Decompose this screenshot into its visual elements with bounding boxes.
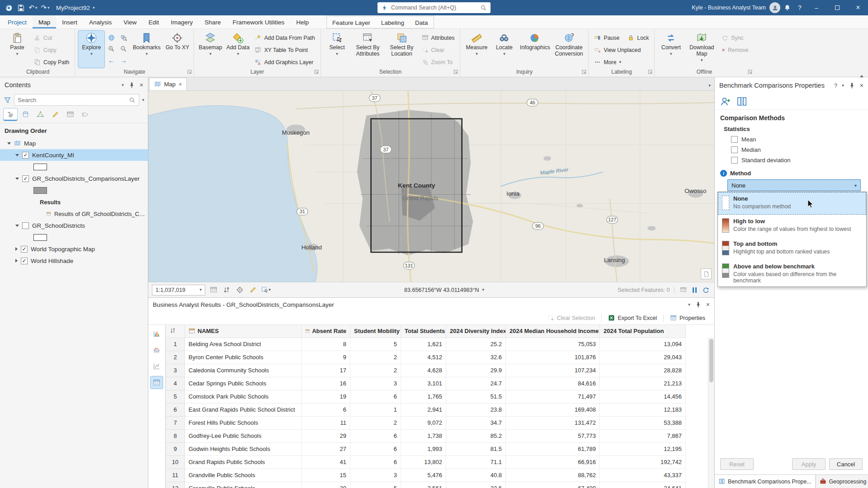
redo-button[interactable]: ↷▾ [39, 1, 51, 14]
table-row[interactable]: 12Greenville Public Schools2053,56133.66… [166, 482, 686, 488]
lock-labels-button[interactable]: Lock [625, 32, 651, 43]
undo-button[interactable]: ↶▾ [27, 1, 39, 14]
results-vertical-scrollbar[interactable] [708, 338, 714, 488]
xy-table-to-point-button[interactable]: XY Table To Point [252, 44, 317, 56]
tab-feature-layer[interactable]: Feature Layer [327, 16, 376, 28]
tab-share[interactable]: Share [198, 15, 226, 28]
add-benchmark-icon[interactable] [719, 95, 732, 108]
column-header-total-population[interactable]: 2024 Total Population [600, 325, 686, 338]
table-row[interactable]: 4Cedar Springs Public Schools1633,10124.… [166, 377, 686, 390]
selection-options-icon[interactable] [679, 285, 689, 295]
go-to-xy-button[interactable]: Go To XY [164, 31, 190, 68]
table-row[interactable]: 9Godwin Heights Public Schools2761,99381… [166, 442, 686, 455]
zoom-to-selection-button[interactable] [118, 32, 129, 43]
panel-help-icon[interactable]: ? [834, 82, 837, 89]
table-row[interactable]: 8Godfrey-Lee Public Schools2961,73885.25… [166, 429, 686, 442]
crosshair-tool-icon[interactable] [235, 285, 245, 295]
symbol-patch-gray[interactable] [33, 187, 47, 194]
comparison-table-icon[interactable] [736, 95, 748, 108]
pause-drawing-icon[interactable] [693, 287, 697, 293]
selection-dialog-launcher-icon[interactable] [453, 69, 458, 75]
tab-imagery[interactable]: Imagery [165, 15, 199, 28]
bookmarks-button[interactable]: Bookmarks▾ [130, 31, 163, 68]
tree-item-kentcounty[interactable]: ✓ KentCounty_MI [0, 149, 148, 161]
export-to-excel-button[interactable]: Export To Excel [604, 313, 660, 323]
add-data-button[interactable]: Add Data▾ [225, 31, 251, 68]
map-view-tab[interactable]: Map × [149, 78, 187, 90]
navigate-dialog-launcher-icon[interactable] [187, 69, 192, 75]
signed-in-user[interactable]: Kyle - Business Analyst Team [692, 5, 766, 11]
results-menu-chevron-icon[interactable]: ▾ [688, 303, 690, 307]
column-header-names[interactable]: NAMES [185, 325, 302, 338]
maximize-button[interactable] [827, 0, 847, 15]
previous-extent-button[interactable]: ← [106, 55, 117, 66]
tree-item-hillshade[interactable]: ✓ World Hillshade [0, 255, 148, 267]
full-extent-button[interactable] [106, 32, 117, 43]
select-tool-icon[interactable]: ▾ [261, 285, 271, 295]
view-unplaced-button[interactable]: View Unplaced [592, 44, 651, 56]
symbol-patch-outline[interactable] [33, 164, 47, 170]
clear-selection-button[interactable]: Clear Selection [544, 313, 599, 323]
tree-item-comparisonslayer[interactable]: ✓ GR_SchoolDistricts_ComparisonsLayer [0, 173, 148, 184]
contents-close-icon[interactable]: × [140, 81, 143, 89]
tab-data[interactable]: Data [410, 16, 434, 28]
method-option-above-below-benchmark[interactable]: Above and below benchmark Color values b… [718, 260, 866, 286]
tab-list-chevron-icon[interactable]: ▾ [705, 84, 714, 90]
add-data-from-path-button[interactable]: Add Data From Path [252, 32, 317, 43]
table-row[interactable]: 1Belding Area School District851,62125.2… [166, 338, 686, 351]
table-row[interactable]: 6East Grand Rapids Public School Distric… [166, 403, 686, 416]
cut-button[interactable]: Cut [32, 32, 71, 43]
expander-icon[interactable] [15, 259, 18, 263]
dock-tab-benchmark[interactable]: Benchmark Comparisons Prope... [715, 475, 816, 488]
dock-tab-geoprocessing[interactable]: Geoprocessing [816, 475, 868, 488]
refresh-map-icon[interactable] [701, 285, 711, 295]
layer-checkbox-checked[interactable]: ✓ [22, 175, 29, 182]
method-info-icon[interactable]: i [720, 170, 727, 177]
mean-checkbox[interactable] [731, 136, 738, 143]
add-graphics-layer-button[interactable]: Add Graphics Layer [252, 56, 317, 68]
expander-icon[interactable] [15, 225, 19, 227]
column-header-absent-rate[interactable]: Absent Rate [302, 325, 350, 338]
attributes-button[interactable]: Attributes [420, 32, 457, 43]
avatar[interactable] [769, 2, 780, 13]
scale-select[interactable]: 1:1,037,019▾ [152, 285, 205, 296]
results-close-icon[interactable]: × [706, 301, 710, 308]
tree-item-schooldistricts[interactable]: GR_SchoolDistricts [0, 220, 148, 231]
tab-labeling[interactable]: Labeling [376, 16, 410, 28]
coordinates-readout[interactable]: 83.6567156°W 43.0114983°N▾ [404, 287, 484, 293]
scatter-view-icon[interactable] [151, 360, 163, 372]
minimize-button[interactable]: – [807, 0, 826, 15]
apply-button[interactable]: Apply [792, 458, 826, 470]
select-by-attributes-button[interactable]: Select By Attributes [352, 31, 384, 68]
histogram-view-icon[interactable] [151, 344, 163, 356]
expander-icon[interactable] [15, 178, 19, 180]
tree-item-map[interactable]: Map [0, 137, 148, 149]
column-header-median-household-income[interactable]: 2024 Median Household Income [506, 325, 600, 338]
copy-path-button[interactable]: Copy Path [32, 56, 71, 68]
column-header-diversity-index[interactable]: 2024 Diversity Index [446, 325, 506, 338]
view-selection-icon[interactable] [33, 108, 47, 121]
table-row[interactable]: 11Grandville Public Schools1535,47640.88… [166, 469, 686, 482]
command-search[interactable]: Command Search (Alt+Q) [377, 2, 491, 13]
map-tab-close-icon[interactable]: × [179, 81, 182, 88]
inquiry-dialog-launcher-icon[interactable] [581, 69, 587, 75]
tab-framework-utilities[interactable]: Framework Utilities [226, 15, 290, 28]
column-header-total-students[interactable]: Total Students [401, 325, 446, 338]
table-row[interactable]: 7Forest Hills Public Schools1129,07234.7… [166, 416, 686, 429]
expander-icon[interactable] [7, 142, 11, 145]
results-pin-icon[interactable] [695, 301, 702, 308]
tree-symbol-comparisonslayer[interactable] [0, 184, 148, 196]
grid-toggle-icon[interactable] [222, 285, 231, 295]
tab-project[interactable]: Project [2, 15, 33, 28]
notifications-bell-icon[interactable] [781, 1, 793, 14]
infographics-button[interactable]: Infographics [519, 31, 551, 68]
explore-button[interactable]: Explore▾ [78, 31, 104, 68]
measure-button[interactable]: Measure▾ [463, 31, 490, 68]
fixed-zoom-out-button[interactable] [118, 43, 129, 54]
layer-dialog-launcher-icon[interactable] [314, 69, 319, 75]
copy-button[interactable]: Copy [32, 44, 71, 56]
coordinate-conversion-button[interactable]: Coordinate Conversion [552, 31, 585, 68]
tab-view[interactable]: View [118, 15, 142, 28]
layer-checkbox-checked[interactable]: ✓ [21, 258, 28, 264]
labeling-dialog-launcher-icon[interactable] [647, 69, 653, 75]
